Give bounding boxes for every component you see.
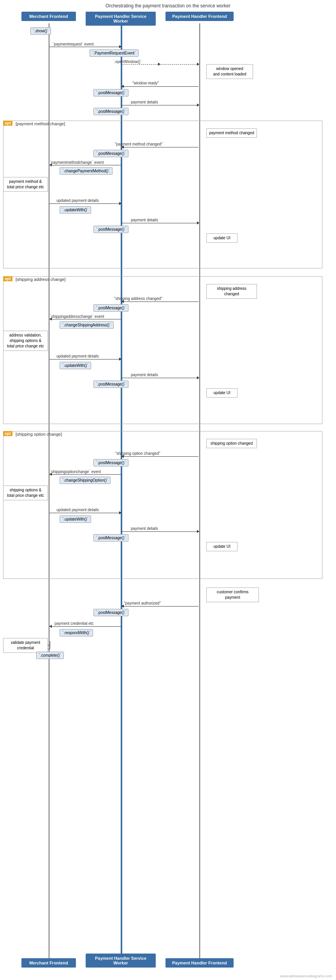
- update-ui-1-note: update UI: [206, 233, 237, 243]
- arrowhead-payment-details-4: [197, 530, 199, 533]
- diagram-title: Orchestrating the payment transaction on…: [0, 0, 336, 12]
- arrow-payment-details-4: [121, 531, 199, 532]
- opt-label-2: opt: [3, 276, 12, 281]
- pm-total-change-note: payment method &total price change etc: [3, 177, 48, 192]
- postmessage-1: `.postMessage()`: [93, 89, 128, 96]
- updatewith-1: `.updateWith()`: [60, 206, 91, 214]
- arrowhead-payment-credential: [49, 625, 52, 628]
- arrow-payment-authorized: [121, 606, 199, 607]
- arrow-updated-pd-3: [49, 513, 121, 513]
- arrowhead-openwindow2: [197, 63, 199, 66]
- updated-pd-2-label: updated payment details: [56, 354, 99, 358]
- payment-details-4-label: payment details: [131, 526, 158, 531]
- payment-method-changed-note: payment method changed: [206, 128, 257, 138]
- updated-pd-1-label: updated payment details: [56, 198, 99, 203]
- updated-pd-3-label: updated payment details: [56, 508, 99, 512]
- opt-frame-1: [3, 121, 322, 268]
- postmessage-9: `.postMessage()`: [93, 609, 128, 616]
- arrow-payment-details-2: [121, 223, 199, 223]
- footer-sw: Payment Handler Service Worker: [86, 954, 156, 968]
- validate-credential-note: validate payment credential: [3, 638, 48, 653]
- arrow-sachange-event: [49, 319, 121, 319]
- payment-method-changed-label: "payment method changed": [115, 142, 163, 146]
- opt-condition-1: [payment method change]: [16, 121, 65, 126]
- arrow-pmchange: [121, 147, 199, 147]
- footer-merchant: Merchant Frontend: [21, 958, 76, 968]
- arrow-pmchange-event: [49, 165, 121, 165]
- arrowhead-updated-pd-3: [119, 511, 121, 514]
- arrow-updated-pd-1: [49, 203, 121, 204]
- show-method: `.show()`: [30, 27, 51, 35]
- postmessage-7: `.postMessage()`: [93, 459, 128, 466]
- opt-condition-3: [shipping option change]: [16, 432, 62, 437]
- payment-details-3-label: payment details: [131, 373, 158, 377]
- shipping-option-changed-note: shipping option changed: [206, 439, 257, 448]
- opt-condition-2: [shipping address change]: [16, 277, 65, 282]
- arrow-sachange: [121, 302, 199, 302]
- arrowhead-updated-pd-1: [119, 202, 121, 205]
- paymentrequest-label: `paymentrequest` event: [53, 42, 94, 46]
- arrowhead-openwindow: [158, 63, 160, 66]
- shipping-opt-changed-label: "shipping option changed": [115, 451, 160, 456]
- arrowhead-updated-pd-2: [119, 358, 121, 361]
- update-ui-2-note: update UI: [206, 388, 237, 398]
- arrowhead-paymentrequest: [119, 45, 121, 48]
- arrow-window-ready: [121, 86, 199, 87]
- payment-details-1-label: payment details: [131, 100, 158, 104]
- opt-label-3: opt: [3, 431, 12, 436]
- arrow-sochange-event: [49, 474, 121, 475]
- arrowhead-window-ready: [121, 85, 124, 88]
- postmessage-3: `.postMessage()`: [93, 150, 128, 157]
- postmessage-8: `.postMessage()`: [93, 534, 128, 542]
- payment-details-2-label: payment details: [131, 218, 158, 222]
- opt-label-1: opt: [3, 121, 12, 126]
- address-validation-note: address validation,shipping options &tot…: [3, 331, 48, 351]
- sochange-event-label: `shippingoptionchange` event: [50, 470, 101, 474]
- arrow-paymentrequest: [49, 47, 121, 47]
- arrow-payment-credential: [49, 626, 121, 627]
- shipping-address-changed-note: shipping address changed: [206, 284, 257, 299]
- arrowhead-payment-details-3: [197, 376, 199, 379]
- pmchange-event-label: `paymentmethodchange` event: [50, 160, 104, 165]
- arrow-sochange: [121, 456, 199, 457]
- update-ui-3-note: update UI: [206, 542, 237, 551]
- arrow-payment-details-3: [121, 378, 199, 378]
- postmessage-5: `.postMessage()`: [93, 304, 128, 312]
- arrow-validate-2: [50, 641, 50, 649]
- shipping-addr-changed-label: "shipping address changed": [114, 296, 162, 301]
- opt-frame-2: [3, 276, 322, 424]
- customer-confirms-note: customer confirms payment: [206, 587, 259, 602]
- postmessage-6: `.postMessage()`: [93, 380, 128, 388]
- complete-box: `.complete()`: [36, 652, 64, 659]
- arrowhead-payment-details-2: [197, 221, 199, 224]
- change-shipping-option-box: `.changeShippingOption()`: [60, 477, 111, 484]
- arrow-updated-pd-2: [49, 359, 121, 359]
- footer-frontend: Payment Handler Frontend: [165, 958, 234, 968]
- shipping-options-note: shipping options &total price change etc: [3, 486, 48, 500]
- updatewith-2: `.updateWith()`: [60, 362, 91, 369]
- payment-credential-label: payment credential etc: [55, 621, 94, 626]
- window-opened-note: window openedand content loaded: [206, 64, 253, 79]
- opt-frame-3: [3, 431, 322, 579]
- lifeline-sw-header: Payment Handler Service Worker: [86, 12, 156, 26]
- respondwith-box: `.respondWith()`: [60, 629, 93, 636]
- window-ready-label: "window ready": [132, 81, 159, 85]
- openwindow-label: `.openWindow()`: [113, 60, 142, 64]
- updatewith-3: `.updateWith()`: [60, 515, 91, 523]
- postmessage-2: `.postMessage()`: [93, 108, 128, 115]
- arrowhead-payment-details-1: [197, 103, 199, 107]
- watermark: www.websequencediagrams.com: [280, 974, 332, 978]
- change-shipping-address-box: `.changeShippingAddress()`: [60, 321, 114, 329]
- diagram-container: Orchestrating the payment transaction on…: [0, 0, 336, 980]
- payment-authorized-label: "payment authorized": [124, 601, 161, 605]
- arrow-payment-details-1: [121, 105, 199, 105]
- postmessage-4: `.postMessage()`: [93, 226, 128, 233]
- lifeline-frontend-header: Payment Handler Frontend: [165, 12, 234, 21]
- sachange-event-label: `shippingaddresschange` event: [50, 314, 104, 319]
- lifeline-merchant-header: Merchant Frontend: [21, 12, 76, 21]
- payment-request-event-box: `.PaymentRequestEvent`: [90, 49, 139, 57]
- change-payment-method-box: `.changePaymentMethod()`: [60, 167, 113, 175]
